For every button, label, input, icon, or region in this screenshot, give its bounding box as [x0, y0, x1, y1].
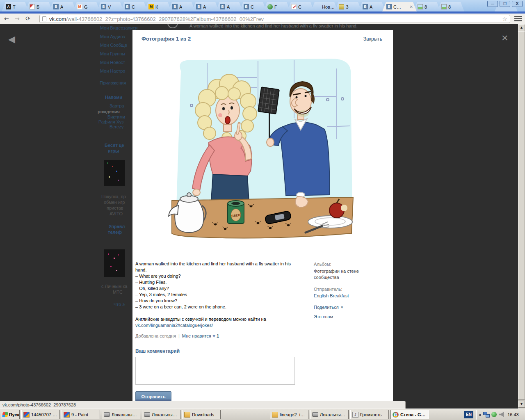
ad-image[interactable] [104, 160, 125, 186]
vk-favicon: В [172, 4, 178, 9]
promo-link[interactable]: vk.com/linguamania2#catalogue/jokes/ [135, 323, 213, 328]
back-button[interactable]: ← [4, 15, 9, 22]
reminder-name[interactable]: Биктими [107, 114, 125, 119]
taskbar-button[interactable]: Локальный ди… [310, 410, 349, 419]
browser-tab[interactable]: ВС [240, 2, 267, 11]
taskbar-button[interactable]: Стена - Googl… [390, 410, 429, 419]
sidebar-item-news[interactable]: Мои Новост [100, 60, 125, 65]
reload-button[interactable]: ⟳ [25, 15, 30, 22]
caption-line: – 3 were on a beer can, 2 were on the ph… [135, 304, 299, 310]
status-bubble: vk.com/photo-43766602_290787628 [0, 401, 406, 409]
reminder-name[interactable]: Berezy [110, 124, 123, 129]
bookmark-star-icon[interactable]: ☆ [502, 16, 507, 22]
scrollbar-thumb[interactable] [518, 31, 525, 399]
heart-icon[interactable]: ♥ [212, 333, 215, 339]
vk-favicon: В [125, 4, 130, 9]
ad-title[interactable]: игры [108, 148, 119, 153]
browser-tab[interactable]: ВА [216, 2, 243, 11]
ad-text: AVITO [110, 211, 123, 216]
ad-title[interactable]: Бесят це [105, 143, 124, 148]
photo-cartoon[interactable]: BEER [167, 57, 358, 243]
comment-input[interactable] [135, 357, 295, 385]
tab-close-icon[interactable]: ✕ [410, 5, 413, 9]
browser-tab[interactable]: AТ [2, 2, 29, 11]
lightbox-close-link[interactable]: Закрыть [363, 36, 382, 42]
caption-line: – Hunting Flies. [135, 279, 299, 285]
taskbar-button[interactable]: ♪Громкость [350, 410, 389, 419]
scroll-up-icon[interactable]: ▲ [518, 24, 525, 31]
sender-label: Отправитель: [314, 286, 390, 292]
share-link[interactable]: Поделиться [314, 305, 339, 310]
taskbar-button-label: Локальный ди… [152, 412, 178, 417]
browser-tab[interactable]: Г [263, 2, 290, 11]
photo-favicon [441, 4, 447, 9]
browser-tab[interactable]: З [335, 2, 362, 11]
sidebar-item-videos[interactable]: Мои Видеозаписи [100, 25, 138, 30]
report-spam-link[interactable]: Это спам [314, 314, 390, 320]
sender-link[interactable]: English Breakfast [314, 293, 390, 299]
windows-flag-icon [2, 412, 8, 417]
ad-whatisthis-link[interactable]: Что э [114, 302, 125, 307]
taskbar-button[interactable]: 14450707 - Paint [21, 410, 60, 419]
page-scrollbar[interactable]: ▲ ▼ [518, 24, 525, 409]
browser-tab[interactable]: ВА [49, 2, 76, 11]
reminder-name[interactable]: Рафиля Хуз [98, 119, 123, 124]
restore-button[interactable]: ❐ [500, 1, 510, 7]
browser-tab[interactable]: 8 [437, 2, 464, 11]
ad-image[interactable] [104, 249, 125, 277]
send-comment-button[interactable]: Отправить [135, 391, 171, 402]
browser-tab[interactable]: С [287, 2, 314, 11]
scroll-down-icon[interactable]: ▼ [518, 401, 525, 408]
sidebar-item-groups[interactable]: Мои Группы [100, 51, 125, 56]
ad-title[interactable]: Управл [109, 224, 125, 229]
forward-button[interactable]: → [15, 15, 20, 22]
network-icon[interactable] [483, 412, 489, 417]
sidebar-item-messages[interactable]: Мои Сообще [100, 43, 127, 48]
language-indicator[interactable]: EN [464, 411, 473, 418]
taskbar-button-label: lineage2_interlude [280, 412, 306, 417]
browser-tab[interactable]: МК [144, 2, 171, 11]
like-count[interactable]: 1 [217, 333, 219, 338]
tray-expand-icon[interactable]: « [479, 412, 481, 417]
browser-tab[interactable]: ВС…✕ [382, 2, 417, 11]
background-post-text: A woman walked into the kitchen and find… [189, 24, 358, 29]
sidebar-item-settings[interactable]: Мои Настро [100, 68, 125, 73]
green-favicon [267, 4, 273, 9]
paint-icon [23, 412, 30, 418]
close-window-button[interactable]: X [512, 1, 523, 7]
taskbar-button[interactable]: Downloads [182, 410, 221, 419]
browser-tab[interactable]: ВС [121, 2, 148, 11]
taskbar-buttons: 14450707 - Paint9 - PaintЛокальный ди…Ло… [20, 410, 429, 419]
taskbar-button[interactable]: lineage2_interlude [270, 410, 308, 419]
browser-tab[interactable]: MG [73, 2, 100, 11]
green-app-icon[interactable] [491, 412, 497, 417]
mail-m-favicon: М [148, 4, 154, 9]
browser-tab[interactable]: ВА [192, 2, 219, 11]
previous-photo-arrow[interactable]: ◀ [8, 34, 15, 45]
folder-icon [272, 412, 278, 418]
taskbar-button[interactable]: 9 - Paint [62, 410, 100, 419]
taskbar-button[interactable]: Локальный ди… [102, 410, 140, 419]
taskbar-button-label: Downloads [192, 412, 214, 417]
overlay-close-icon[interactable]: ✕ [501, 33, 509, 43]
start-button[interactable]: Пуск [1, 410, 20, 419]
browser-tab[interactable]: 8 [413, 2, 441, 11]
browser-tab[interactable]: ВА [168, 2, 195, 11]
comment-header: Ваш комментарий [135, 348, 180, 354]
album-value[interactable]: Фотографии на стене сообщества [314, 268, 375, 281]
sidebar-item-audio[interactable]: Мои Аудиоз [100, 34, 125, 39]
ad-text: Покупка, пр [101, 194, 126, 199]
sidebar-item-apps[interactable]: Приложения [100, 80, 126, 85]
speaker-icon[interactable] [499, 412, 504, 417]
browser-tab[interactable]: Б [25, 2, 52, 11]
browser-tab[interactable]: Нов… [311, 2, 338, 11]
browser-tab[interactable]: ВV [97, 2, 124, 11]
minimize-button[interactable]: — [487, 1, 498, 7]
taskbar-button[interactable]: Локальный ди… [142, 410, 180, 419]
ad-title[interactable]: телеф [108, 230, 122, 235]
like-link[interactable]: Мне нравится [182, 333, 211, 338]
chrome-menu-icon[interactable] [514, 16, 522, 21]
browser-tab[interactable]: ВА [358, 2, 386, 11]
address-bar[interactable]: vk.com/wall-43766602_2?z=photo-43766602_… [39, 15, 510, 23]
reminder-line: Завтра [110, 103, 124, 108]
